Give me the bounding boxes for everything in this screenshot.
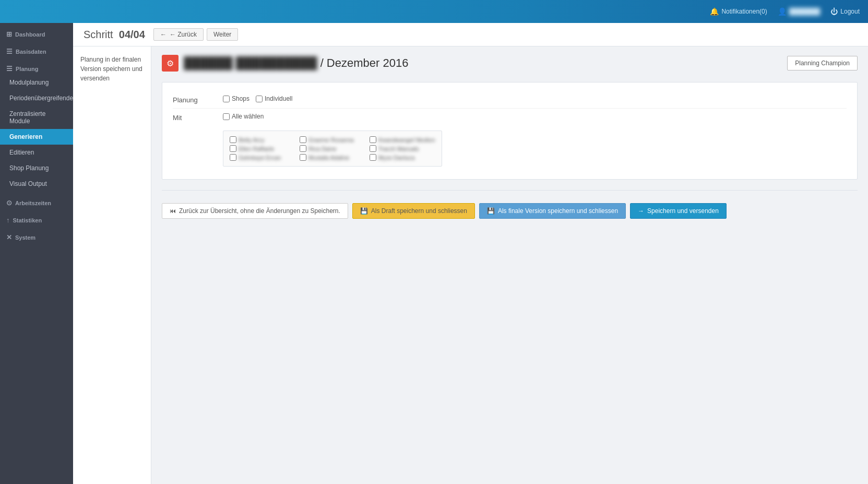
title-date: / Dezember 2016	[320, 56, 409, 69]
select-all-row: Alle wählen	[223, 113, 264, 120]
individuell-checkbox-label[interactable]: Individuell	[256, 95, 292, 102]
wrench-icon: ✕	[6, 233, 12, 241]
left-panel: Planung in der finalen Version speichern…	[73, 46, 151, 484]
bell-icon: 🔔	[710, 7, 719, 16]
content-header: Schritt 04/04 ← ← Zurück Weiter	[73, 23, 868, 46]
step-header-row: ⚙ ██████ ██████████ / Dezember 2016 Plan…	[162, 55, 858, 72]
sidebar-item-statistiken[interactable]: ↑ Statistiken	[0, 209, 73, 226]
planung-controls: Shops Individuell	[223, 95, 847, 102]
menu-icon: ☰	[6, 65, 13, 73]
person-checkbox-p8[interactable]	[300, 154, 306, 161]
people-grid-container: Betty ArcyGraeme RosannaKwandwangel Nkol…	[223, 131, 442, 167]
sidebar-item-planung[interactable]: ☰ Planung	[0, 57, 73, 75]
sidebar-item-periodenuebergreifende[interactable]: Periodenübergreifende	[0, 90, 73, 106]
sidebar-item-visual-output[interactable]: Visual Output	[0, 176, 73, 192]
save-final-icon: 💾	[487, 207, 495, 215]
person-checkbox-label[interactable]: Kwandwangel Nkolton	[370, 136, 435, 143]
save-draft-icon: 💾	[360, 207, 368, 215]
section-divider	[162, 190, 858, 191]
person-checkbox-label[interactable]: Graeme Rosanna	[300, 136, 365, 143]
planung-row: Planung Shops Individuell	[173, 91, 847, 109]
person-checkbox-label[interactable]: Betty Arcy	[230, 136, 295, 143]
topbar: 🔔 Notifikationen(0) 👤 ███████ ⏻ Logout	[0, 0, 868, 23]
mit-row: Mit Alle wählen	[173, 109, 847, 171]
person-name-p9: Myze Danluca	[378, 155, 415, 161]
user-menu[interactable]: 👤 ███████	[778, 7, 821, 16]
sidebar-item-editieren[interactable]: Editieren	[0, 145, 73, 160]
person-checkbox-p2[interactable]	[300, 136, 306, 143]
alle-waehlen-checkbox[interactable]	[223, 113, 230, 120]
sidebar-item-basisdaten[interactable]: ☰ Basisdaten	[0, 40, 73, 57]
person-checkbox-label[interactable]: Mustafa Adaline	[300, 154, 365, 161]
save-send-button[interactable]: → Speichern und versenden	[630, 203, 727, 219]
notifications-label: Notifikationen(0)	[721, 8, 767, 15]
step-title: ██████ ██████████ / Dezember 2016	[184, 56, 782, 70]
planning-champion-button[interactable]: Planning Champion	[787, 56, 858, 70]
planung-label: Planung	[173, 95, 215, 104]
list-icon: ☰	[6, 48, 13, 55]
people-grid: Betty ArcyGraeme RosannaKwandwangel Nkol…	[230, 136, 435, 161]
main-content: Schritt 04/04 ← ← Zurück Weiter Planung …	[73, 23, 868, 484]
sidebar-label-arbeitszeiten: Arbeitszeiten	[15, 200, 51, 206]
individuell-checkbox[interactable]	[256, 96, 263, 102]
person-checkbox-label[interactable]: Myze Danluca	[370, 154, 435, 161]
save-final-button[interactable]: 💾 Als finale Version speichern und schli…	[479, 203, 626, 219]
sidebar-label-planung: Planung	[16, 66, 38, 72]
person-checkbox-p3[interactable]	[370, 136, 376, 143]
sidebar-label-system: System	[15, 234, 35, 241]
person-name-p5: Rica Daine	[308, 146, 337, 152]
sidebar-item-arbeitszeiten[interactable]: ⊙ Arbeitszeiten	[0, 192, 73, 209]
sidebar-item-system[interactable]: ✕ System	[0, 226, 73, 243]
logout-label: Logout	[840, 8, 860, 15]
sidebar-label-dashboard: Dashboard	[15, 31, 45, 38]
clock-icon: ⊙	[6, 199, 12, 207]
mit-label: Mit	[173, 113, 215, 122]
notifications-btn[interactable]: 🔔 Notifikationen(0)	[710, 7, 767, 16]
sidebar-item-dashboard[interactable]: ⊞ Dashboard	[0, 23, 73, 40]
back-nav-button[interactable]: ← ← Zurück	[153, 28, 204, 41]
schritt-label: Schritt 04/04	[84, 29, 145, 41]
person-name-p2: Graeme Rosanna	[308, 137, 354, 143]
shops-checkbox-label[interactable]: Shops	[223, 95, 249, 102]
grid-icon: ⊞	[6, 30, 12, 38]
back-without-save-button[interactable]: ⏮ Zurück zur Übersicht, ohne die Änderun…	[162, 203, 348, 219]
back-icon: ⏮	[170, 207, 176, 215]
person-name-p1: Betty Arcy	[239, 137, 265, 143]
person-name-p6: Tracch Manuals	[378, 146, 419, 152]
gear-icon: ⚙	[162, 55, 179, 72]
logout-btn[interactable]: ⏻ Logout	[830, 7, 860, 16]
save-draft-button[interactable]: 💾 Als Draft speichern und schliessen	[352, 203, 475, 219]
stats-icon: ↑	[6, 216, 10, 224]
form-card: Planung Shops Individuell	[162, 82, 858, 180]
person-checkbox-p1[interactable]	[230, 136, 236, 143]
sidebar-label-statistiken: Statistiken	[13, 217, 42, 223]
arrow-left-icon: ←	[160, 31, 167, 38]
person-name-p4: Ellen Raffaele	[239, 146, 274, 152]
content-layout: Planung in der finalen Version speichern…	[73, 46, 868, 484]
person-checkbox-p6[interactable]	[370, 145, 376, 152]
person-checkbox-label[interactable]: Gelmkaye Ercan	[230, 154, 295, 161]
power-icon: ⏻	[830, 7, 838, 16]
person-checkbox-p5[interactable]	[300, 145, 306, 152]
person-checkbox-p9[interactable]	[370, 154, 376, 161]
person-checkbox-label[interactable]: Ellen Raffaele	[230, 145, 295, 152]
person-checkbox-label[interactable]: Rica Daine	[300, 145, 365, 152]
shops-checkbox[interactable]	[223, 96, 230, 102]
alle-waehlen-label[interactable]: Alle wählen	[223, 113, 264, 120]
forward-nav-button[interactable]: Weiter	[207, 28, 238, 41]
sidebar-item-shop-planung[interactable]: Shop Planung	[0, 160, 73, 176]
sidebar-item-modulplanung[interactable]: Modulplanung	[0, 75, 73, 90]
sidebar-item-generieren[interactable]: Generieren	[0, 129, 73, 145]
person-checkbox-p4[interactable]	[230, 145, 236, 152]
sidebar-item-zentralisierte-module[interactable]: Zentralisierte Module	[0, 106, 73, 129]
mit-controls: Alle wählen Betty ArcyGraeme RosannaKwan…	[223, 113, 847, 167]
sidebar: ⊞ Dashboard ☰ Basisdaten ☰ Planung Modul…	[0, 23, 73, 484]
person-checkbox-p7[interactable]	[230, 154, 236, 161]
bottom-actions: ⏮ Zurück zur Übersicht, ohne die Änderun…	[162, 197, 858, 225]
person-checkbox-label[interactable]: Tracch Manuals	[370, 145, 435, 152]
schritt-nav: ← ← Zurück Weiter	[153, 28, 238, 41]
user-icon: 👤	[778, 7, 787, 16]
person-name-p7: Gelmkaye Ercan	[239, 155, 281, 161]
send-icon: →	[638, 207, 644, 215]
right-main: ⚙ ██████ ██████████ / Dezember 2016 Plan…	[151, 46, 868, 484]
